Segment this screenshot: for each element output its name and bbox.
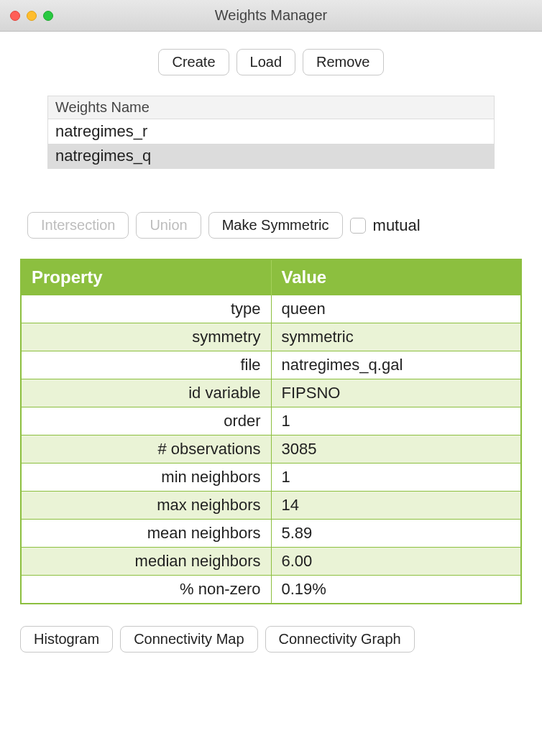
property-value: queen — [271, 295, 521, 323]
property-key: % non-zero — [21, 576, 271, 604]
table-row: order1 — [21, 407, 521, 435]
load-button[interactable]: Load — [236, 49, 296, 75]
table-row: median neighbors6.00 — [21, 548, 521, 576]
property-key: median neighbors — [21, 548, 271, 576]
property-key: min neighbors — [21, 464, 271, 492]
connectivity-map-button[interactable]: Connectivity Map — [120, 626, 257, 653]
connectivity-graph-button[interactable]: Connectivity Graph — [265, 626, 415, 653]
create-button[interactable]: Create — [158, 49, 229, 75]
mutual-label: mutual — [373, 216, 421, 235]
table-row: typequeen — [21, 295, 521, 323]
property-key: mean neighbors — [21, 520, 271, 548]
property-key: order — [21, 407, 271, 435]
table-row: max neighbors14 — [21, 492, 521, 520]
window-controls — [10, 11, 53, 21]
weights-row[interactable]: natregimes_r — [48, 119, 494, 144]
property-value: 14 — [271, 492, 521, 520]
ops-row: Intersection Union Make Symmetric mutual — [27, 212, 515, 239]
weights-list: Weights Name natregimes_r natregimes_q — [47, 96, 495, 169]
property-value: 6.00 — [271, 548, 521, 576]
property-value: FIPSNO — [271, 379, 521, 407]
make-symmetric-button[interactable]: Make Symmetric — [208, 212, 343, 239]
weights-row[interactable]: natregimes_q — [48, 144, 494, 168]
property-key: file — [21, 351, 271, 379]
property-key: symmetry — [21, 323, 271, 351]
table-row: filenatregimes_q.gal — [21, 351, 521, 379]
window-title: Weights Manager — [0, 7, 542, 24]
minimize-icon[interactable] — [27, 11, 37, 21]
property-value: 1 — [271, 464, 521, 492]
property-key: type — [21, 295, 271, 323]
property-value: 1 — [271, 407, 521, 435]
header-property: Property — [21, 259, 271, 295]
table-row: # observations3085 — [21, 435, 521, 464]
bottom-toolbar: Histogram Connectivity Map Connectivity … — [20, 626, 522, 653]
remove-button[interactable]: Remove — [303, 49, 383, 75]
property-value: 5.89 — [271, 520, 521, 548]
top-toolbar: Create Load Remove — [20, 49, 522, 75]
close-icon[interactable] — [10, 11, 20, 21]
mutual-checkbox[interactable] — [350, 218, 366, 234]
property-value: 0.19% — [271, 576, 521, 604]
property-key: # observations — [21, 435, 271, 464]
union-button[interactable]: Union — [136, 212, 201, 239]
header-value: Value — [271, 259, 521, 295]
property-value: 3085 — [271, 435, 521, 464]
table-row: id variableFIPSNO — [21, 379, 521, 407]
table-row: min neighbors1 — [21, 464, 521, 492]
property-key: max neighbors — [21, 492, 271, 520]
table-row: symmetrysymmetric — [21, 323, 521, 351]
weights-header: Weights Name — [48, 96, 494, 119]
intersection-button[interactable]: Intersection — [27, 212, 129, 239]
property-key: id variable — [21, 379, 271, 407]
maximize-icon[interactable] — [43, 11, 53, 21]
table-row: % non-zero0.19% — [21, 576, 521, 604]
histogram-button[interactable]: Histogram — [20, 626, 113, 653]
property-value: natregimes_q.gal — [271, 351, 521, 379]
property-table: Property Value typequeensymmetrysymmetri… — [20, 259, 522, 604]
property-value: symmetric — [271, 323, 521, 351]
table-row: mean neighbors5.89 — [21, 520, 521, 548]
titlebar: Weights Manager — [0, 0, 542, 32]
